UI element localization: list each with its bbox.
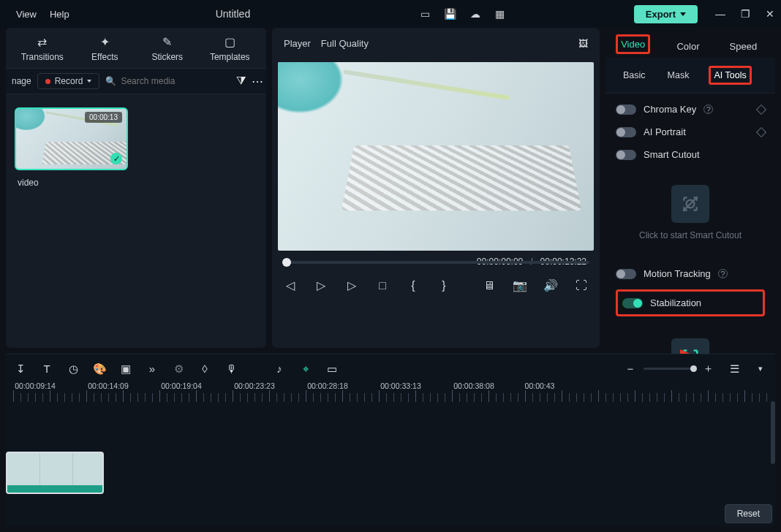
chevron-down-icon[interactable]: ▾ <box>753 364 768 373</box>
toggle-smartcutout[interactable] <box>616 150 636 160</box>
crop-icon[interactable]: ▣ <box>118 362 133 376</box>
tab-stickers[interactable]: ✎Stickers <box>138 35 197 62</box>
templates-icon: ▢ <box>225 35 235 49</box>
svg-line-1 <box>683 197 698 211</box>
marker-icon[interactable]: ◊ <box>197 362 212 375</box>
quality-dropdown[interactable]: Full Quality <box>321 38 390 49</box>
toggle-motion[interactable] <box>616 269 636 279</box>
apps-icon[interactable]: ▦ <box>494 7 507 20</box>
timecode: 00:00:28:18 <box>307 381 347 390</box>
search-icon: 🔍 <box>105 76 116 86</box>
timecode: 00:00:09:14 <box>15 381 55 390</box>
filter-icon[interactable]: ⧩ <box>236 75 246 88</box>
mark-out-icon[interactable]: } <box>436 279 452 292</box>
progress-bar[interactable] <box>282 261 589 264</box>
volume-icon[interactable]: 🔊 <box>543 278 559 292</box>
cloud-icon[interactable]: ☁ <box>469 7 482 20</box>
gear-icon[interactable]: ⚙ <box>171 362 186 376</box>
tab-color[interactable]: Color <box>660 32 715 58</box>
clip-thumbnail[interactable]: 00:00:13 ✓ ▸ <box>15 107 128 170</box>
speed-icon[interactable]: ◷ <box>66 362 80 376</box>
subtab-basic[interactable]: Basic <box>616 67 653 83</box>
row-ai-portrait: AI Portrait <box>613 121 768 143</box>
mark-in-icon[interactable]: { <box>405 279 421 292</box>
keyframe-icon[interactable] <box>756 104 766 114</box>
close-icon[interactable]: ✕ <box>763 7 777 20</box>
text-tool-icon[interactable]: T <box>39 362 54 375</box>
play-icon[interactable]: ▷ <box>313 278 329 292</box>
minimize-icon[interactable]: — <box>714 7 727 20</box>
prev-icon[interactable]: ◁ <box>282 278 298 292</box>
color-icon[interactable]: 🎨 <box>92 362 107 376</box>
video-preview[interactable] <box>278 62 594 251</box>
snapshot-icon[interactable]: 🖼 <box>578 38 588 49</box>
stop-icon[interactable]: □ <box>374 279 390 292</box>
toggle-chroma[interactable] <box>616 104 636 115</box>
media-clip[interactable]: 00:00:13 ✓ ▸ video <box>15 107 128 188</box>
stabilization-highlight: Stabilization <box>616 289 765 316</box>
more-icon[interactable]: ⋯ <box>252 75 263 88</box>
tab-speed[interactable]: Speed <box>716 32 771 58</box>
menu-view[interactable]: View <box>16 9 37 20</box>
transitions-icon: ⇄ <box>37 35 47 49</box>
timecode: 00:00:14:09 <box>88 381 128 390</box>
toggle-stabilization[interactable] <box>622 298 643 308</box>
mic-icon[interactable]: 🎙 <box>224 362 238 375</box>
effects-icon: ✦ <box>100 35 110 49</box>
camera-icon[interactable]: 📷 <box>512 278 528 292</box>
titlebar: View Help Untitled ▭ 💾 ☁ ▦ Export — ❐ ✕ <box>0 0 781 28</box>
fit-icon[interactable]: ▭ <box>325 362 339 376</box>
zoom-slider[interactable] <box>644 368 695 370</box>
progress-knob[interactable] <box>282 258 291 267</box>
timecode: 00:00:33:13 <box>380 381 420 390</box>
stickers-icon: ✎ <box>162 35 172 49</box>
save-icon[interactable]: 💾 <box>444 7 457 20</box>
chevron-down-icon <box>680 12 686 16</box>
clip-duration: 00:00:13 <box>85 112 122 123</box>
fullscreen-icon[interactable]: ⛶ <box>573 279 589 292</box>
help-icon[interactable]: ? <box>703 104 713 114</box>
record-dropdown[interactable]: Record <box>37 73 100 89</box>
zoom-out-icon[interactable]: − <box>623 362 638 375</box>
search-input[interactable] <box>121 76 230 86</box>
search-media[interactable]: 🔍 <box>105 76 230 86</box>
help-icon[interactable]: ? <box>718 269 728 278</box>
tab-templates[interactable]: ▢Templates <box>201 35 260 62</box>
timeline-ruler[interactable]: 00:00:09:1400:00:14:0900:00:19:0400:00:2… <box>13 381 768 405</box>
check-icon: ✓ <box>110 153 122 164</box>
row-chroma-key: Chroma Key ? <box>613 98 768 121</box>
reset-button[interactable]: Reset <box>725 504 772 523</box>
record-dot-icon <box>45 79 50 84</box>
timecode: 00:00:43 <box>525 381 555 390</box>
tab-transitions[interactable]: ⇄Transitions <box>13 35 72 62</box>
row-motion-tracking: Motion Tracking ? <box>613 262 768 285</box>
export-button[interactable]: Export <box>634 5 698 23</box>
timecode: 00:00:23:23 <box>234 381 274 390</box>
audio-icon[interactable]: ♪ <box>272 362 287 375</box>
timeline-clip[interactable] <box>6 452 104 494</box>
tab-effects[interactable]: ✦Effects <box>76 35 135 62</box>
zoom-in-icon[interactable]: ＋ <box>701 362 715 376</box>
subtab-ai-tools[interactable]: AI Tools <box>703 65 756 86</box>
screen-icon[interactable]: ▭ <box>419 7 432 20</box>
more-tools-icon[interactable]: » <box>145 362 159 375</box>
tab-video[interactable]: Video <box>605 28 660 58</box>
timecode: 00:00:19:04 <box>161 381 201 390</box>
menu-help[interactable]: Help <box>50 9 69 20</box>
list-icon[interactable]: ☰ <box>727 362 742 376</box>
start-smart-cutout[interactable] <box>671 185 709 223</box>
subtab-mask[interactable]: Mask <box>660 67 697 83</box>
timeline-zoom[interactable]: − ＋ <box>623 362 715 376</box>
toggle-portrait[interactable] <box>616 127 636 137</box>
display-icon[interactable]: 🖥 <box>481 279 497 292</box>
scrollbar[interactable] <box>771 401 775 464</box>
magnet-icon[interactable]: ⌖ <box>298 362 313 376</box>
ripple-icon[interactable]: ↧ <box>13 362 28 376</box>
maximize-icon[interactable]: ❐ <box>739 7 752 20</box>
player-label: Player <box>284 38 311 49</box>
row-smart-cutout: Smart Cutout <box>613 143 768 166</box>
inspector-panel: Video Color Speed Basic Mask AI Tools Ch… <box>605 28 775 348</box>
smart-cutout-hint: Click to start Smart Cutout <box>613 230 768 240</box>
next-icon[interactable]: ▷ <box>344 278 360 292</box>
keyframe-icon[interactable] <box>756 126 766 137</box>
